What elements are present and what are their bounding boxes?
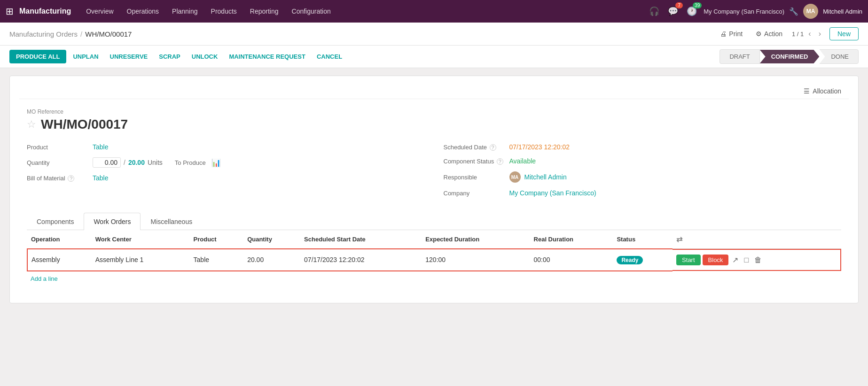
add-line-button[interactable]: Add a line <box>27 271 841 286</box>
tab-miscellaneous[interactable]: Miscellaneous <box>141 213 202 230</box>
nav-planning[interactable]: Planning <box>166 5 203 18</box>
bom-value[interactable]: Table <box>93 174 108 182</box>
row-status: Ready <box>613 249 673 271</box>
support-icon[interactable]: 🎧 <box>647 4 661 18</box>
breadcrumb-bar: Manufacturing Orders / WH/MO/00017 🖨 Pri… <box>0 23 868 46</box>
start-button[interactable]: Start <box>676 255 700 265</box>
form-right: Scheduled Date ? 07/17/2023 12:20:02 Com… <box>444 143 842 203</box>
nav-overview[interactable]: Overview <box>80 5 119 18</box>
page-number: 1 / 1 <box>792 31 804 38</box>
app-grid-icon[interactable]: ⊞ <box>6 6 14 17</box>
unplan-button[interactable]: UNPLAN <box>68 50 103 63</box>
tabs-bar: Components Work Orders Miscellaneous <box>27 213 841 230</box>
produce-all-button[interactable]: PRODUCE ALL <box>9 50 66 63</box>
responsible-field-row: Responsible MA Mitchell Admin <box>444 171 842 183</box>
quantity-input[interactable] <box>93 157 121 168</box>
unlock-button[interactable]: UNLOCK <box>187 50 223 63</box>
quantity-field-row: Quantity / 20.00 Units To Produce 📊 <box>27 157 425 168</box>
activity-icon[interactable]: 🕐 39 <box>685 4 699 18</box>
user-name: Mitchell Admin <box>823 8 862 15</box>
print-button[interactable]: 🖨 Print <box>716 28 746 39</box>
col-status: Status <box>613 230 673 249</box>
nav-configuration[interactable]: Configuration <box>286 5 336 18</box>
scrap-button[interactable]: SCRAP <box>154 50 185 63</box>
company-field-row: Company My Company (San Francisco) <box>444 189 842 197</box>
form-body: MO Reference ☆ WH/MO/00017 Product Table… <box>19 99 849 295</box>
external-link-button[interactable]: ↗ <box>730 255 740 265</box>
scheduled-date-label: Scheduled Date ? <box>444 144 509 151</box>
chat-badge: 7 <box>675 2 683 8</box>
step-draft[interactable]: DRAFT <box>719 49 759 64</box>
maintenance-request-button[interactable]: MAINTENANCE REQUEST <box>224 50 310 63</box>
top-navigation: ⊞ Manufacturing Overview Operations Plan… <box>0 0 868 23</box>
breadcrumb-separator: / <box>80 30 82 38</box>
user-avatar[interactable]: MA <box>803 4 818 19</box>
settings-icon[interactable]: 🔧 <box>789 7 798 16</box>
form-left: Product Table Quantity / 20.00 Units To … <box>27 143 425 203</box>
qty-target: 20.00 <box>128 159 145 166</box>
product-field-row: Product Table <box>27 143 425 151</box>
table-settings-icon[interactable]: ⇄ <box>676 235 682 243</box>
product-value[interactable]: Table <box>93 143 108 151</box>
quantity-row: / 20.00 Units To Produce 📊 <box>93 157 221 168</box>
action-bar: PRODUCE ALL UNPLAN UNRESERVE SCRAP UNLOC… <box>0 46 868 68</box>
col-operation: Operation <box>27 230 92 249</box>
nav-operations[interactable]: Operations <box>121 5 164 18</box>
company-label: Company <box>444 190 509 197</box>
app-name[interactable]: Manufacturing <box>19 7 71 15</box>
nav-products[interactable]: Products <box>205 5 242 18</box>
delete-row-button[interactable]: 🗑 <box>752 255 764 265</box>
col-quantity: Quantity <box>243 230 300 249</box>
page-navigation: 1 / 1 ‹ › <box>792 29 824 39</box>
tab-work-orders[interactable]: Work Orders <box>84 213 141 230</box>
breadcrumb-parent[interactable]: Manufacturing Orders <box>9 30 78 38</box>
product-label: Product <box>27 144 93 151</box>
nav-reporting[interactable]: Reporting <box>244 5 284 18</box>
row-work-center: Assembly Line 1 <box>92 249 190 271</box>
bom-help-icon[interactable]: ? <box>68 175 74 182</box>
responsible-row: MA Mitchell Admin <box>509 171 567 183</box>
mo-number: WH/MO/00017 <box>41 117 128 132</box>
prev-page-button[interactable]: ‹ <box>805 29 813 39</box>
col-work-center: Work Center <box>92 230 190 249</box>
company-value[interactable]: My Company (San Francisco) <box>509 189 596 197</box>
responsible-avatar: MA <box>509 171 521 183</box>
to-produce-label: To Produce <box>175 159 206 166</box>
scheduled-date-help-icon[interactable]: ? <box>490 144 496 151</box>
list-icon: ☰ <box>804 87 810 95</box>
step-confirmed[interactable]: CONFIRMED <box>760 50 820 63</box>
block-button[interactable]: Block <box>703 255 729 265</box>
bom-field-row: Bill of Material ? Table <box>27 174 425 182</box>
unreserve-button[interactable]: UNRESERVE <box>105 50 153 63</box>
favorite-star-icon[interactable]: ☆ <box>27 118 36 131</box>
tab-components[interactable]: Components <box>27 213 84 230</box>
col-product: Product <box>190 230 244 249</box>
mo-title-row: ☆ WH/MO/00017 <box>27 117 841 132</box>
step-done[interactable]: DONE <box>819 49 859 64</box>
allocation-button[interactable]: ☰ Allocation <box>804 87 841 95</box>
company-name: My Company (San Francisco) <box>704 8 784 15</box>
cancel-button[interactable]: CANCEL <box>312 50 347 63</box>
row-actions: Start Block ↗ □ 🗑 <box>673 249 841 271</box>
gear-icon: ⚙ <box>756 30 762 38</box>
mo-reference-label: MO Reference <box>27 108 841 115</box>
breadcrumb-current: WH/MO/00017 <box>85 30 132 38</box>
responsible-value[interactable]: Mitchell Admin <box>524 173 567 181</box>
row-real-duration: 00:00 <box>530 249 613 271</box>
responsible-label: Responsible <box>444 174 509 181</box>
component-status-help-icon[interactable]: ? <box>497 158 503 165</box>
action-button[interactable]: ⚙ Action <box>752 28 786 39</box>
next-page-button[interactable]: › <box>816 29 824 39</box>
quantity-label: Quantity <box>27 159 93 166</box>
print-icon: 🖨 <box>720 30 727 38</box>
status-steps: DRAFT CONFIRMED DONE <box>719 49 859 64</box>
allocation-bar: ☰ Allocation <box>19 84 849 99</box>
row-scheduled-start-date: 07/17/2023 12:20:02 <box>300 249 422 271</box>
bom-label: Bill of Material ? <box>27 175 93 182</box>
chat-icon[interactable]: 💬 7 <box>666 4 680 18</box>
qty-slash: / <box>124 159 125 166</box>
detail-view-button[interactable]: □ <box>742 255 751 265</box>
chart-icon[interactable]: 📊 <box>211 158 221 167</box>
status-badge: Ready <box>617 256 643 264</box>
new-button[interactable]: New <box>829 27 859 40</box>
